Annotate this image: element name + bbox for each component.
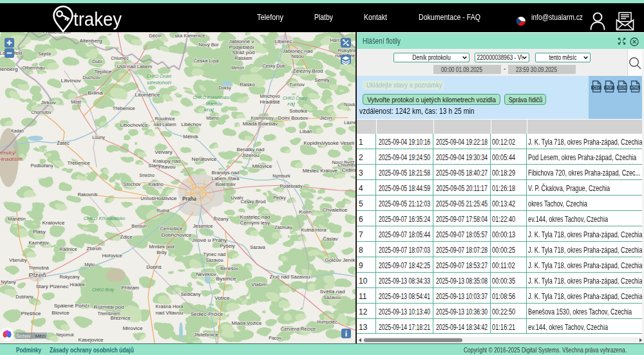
svg-text:Dobříš: Dobříš [146,264,162,270]
svg-text:Sázava: Sázava [250,244,265,250]
svg-text:Duchcov: Duchcov [82,75,100,80]
svg-text:Třebenice: Třebenice [67,160,90,166]
svg-text:Mělník: Mělník [183,134,198,140]
svg-text:Boleslav: Boleslav [215,181,235,187]
svg-text:Přeštice: Přeštice [21,311,41,316]
svg-text:Kaznějov: Kaznějov [28,240,48,246]
svg-text:Ústí nad Labem: Ústí nad Labem [117,64,153,69]
svg-text:Pečky: Pečky [273,195,286,201]
svg-text:Mladá Vožice: Mladá Vožice [232,320,262,326]
svg-text:Bystřice: Bystřice [216,276,236,282]
svg-text:Železný Brod: Železný Brod [293,68,323,74]
svg-text:Rudná: Rudná [156,208,169,214]
svg-text:CSV: CSV [593,86,600,89]
svg-text:Hrádek: Hrádek [70,282,85,287]
svg-text:Jizerou: Jizerou [242,152,259,158]
svg-text:Labem-Stará: Labem-Stará [212,176,240,181]
svg-text:Mšeno: Mšeno [206,115,219,121]
svg-text:Brdy: Brdy [156,250,167,255]
svg-text:Sayda: Sayda [38,51,51,57]
svg-text:Jílové u Prahy: Jílové u Prahy [192,237,227,243]
svg-text:Nýřany: Nýřany [1,279,16,285]
svg-text:Louny: Louny [92,134,105,140]
svg-text:Blovice: Blovice [52,310,69,316]
svg-text:Rokycany: Rokycany [59,274,79,280]
svg-text:Libáň: Libáň [299,129,312,134]
svg-text:Mladá Boleslav: Mladá Boleslav [243,121,278,127]
svg-text:Zruč nad Sázavou: Zruč nad Sázavou [270,274,310,280]
svg-text:Černošice: Černošice [160,226,182,232]
svg-text:Mirovice: Mirovice [122,325,142,331]
svg-text:Cidlinou: Cidlinou [341,167,357,173]
svg-text:Zbiroh: Zbiroh [86,246,101,251]
svg-text:Olbernhau: Olbernhau [22,65,44,71]
svg-text:ská Kamenice: ská Kamenice [175,33,205,39]
svg-text:Semily: Semily [314,77,330,83]
svg-text:Třebenice: Třebenice [112,105,135,111]
svg-text:Příbram: Příbram [121,285,138,291]
svg-text:Starý Plzenec: Starý Plzenec [36,284,69,289]
svg-text:Nepomuk: Nepomuk [56,332,73,338]
svg-text:Hradiště: Hradiště [260,99,279,105]
svg-text:Benešov: Benešov [220,266,238,271]
svg-text:Městec Králové: Městec Králové [303,168,338,174]
svg-text:Dubí: Dubí [92,59,102,64]
svg-text:Kopidlno: Kopidlno [303,140,323,146]
svg-text:Jesenice: Jesenice [193,223,213,229]
svg-text:arienberg: arienberg [0,66,18,72]
svg-text:Altenberg: Altenberg [79,38,102,44]
svg-text:Jirkov: Jirkov [41,100,56,105]
svg-text:Neratovice: Neratovice [192,156,217,162]
svg-text:Turnov: Turnov [289,82,305,87]
svg-text:Krásná Hora: Krásná Hora [156,304,184,309]
svg-text:Týnec nad: Týnec nad [203,251,225,257]
svg-text:CHKO Křivoklátsko: CHKO Křivoklátsko [84,215,126,221]
svg-text:Litoměřice: Litoměřice [135,92,160,98]
svg-text:Unhošť: Unhošť [140,196,156,201]
svg-text:Dobřichovice: Dobřichovice [162,232,192,238]
svg-text:Liberec: Liberec [274,39,292,44]
svg-text:Kostelec nad: Kostelec nad [240,214,270,220]
svg-text:CHKO Český: CHKO Český [283,95,308,101]
svg-text:Čáslav: Čáslav [323,236,338,242]
svg-text:Chvaletice: Chvaletice [323,207,348,213]
svg-text:Doksy: Doksy [218,85,231,91]
svg-text:CHKO Kokořínsko: CHKO Kokořínsko [193,95,230,100]
svg-text:Litvínov: Litvínov [61,78,80,84]
svg-text:Plasy: Plasy [33,229,46,235]
svg-text:Sázavou: Sázavou [205,257,223,263]
svg-text:Rakovník: Rakovník [77,192,97,197]
svg-text:Radnice: Radnice [59,246,77,252]
svg-text:nad Labem: nad Labem [153,122,176,127]
svg-text:Kadaň: Kadaň [11,128,24,134]
svg-text:Kosmonosy: Kosmonosy [251,115,273,121]
svg-text:Hostivice: Hostivice [154,196,176,201]
svg-text:Poděbrady: Poděbrady [279,183,302,189]
svg-text:enský: enský [0,150,17,156]
svg-text:Třemošná: Třemošná [28,265,49,271]
svg-text:Dolní Bousov: Dolní Bousov [278,115,308,121]
svg-text:Praha: Praha [182,195,197,202]
svg-text:Děčín: Děčín [149,33,162,39]
svg-text:Liběchov: Liběchov [181,122,201,127]
svg-text:Jistebnice: Jistebnice [194,332,219,338]
svg-text:Sobotka: Sobotka [289,108,307,114]
svg-text:Ralskem: Ralskem [234,55,252,61]
svg-text:nad Vltavou: nad Vltavou [156,310,184,316]
svg-text:Kasejovice: Kasejovice [79,337,104,343]
svg-text:Březnice: Březnice [110,315,130,321]
svg-text:Český Dub: Český Dub [262,63,285,69]
svg-text:Podbořany: Podbořany [30,163,53,168]
svg-text:Nisou: Nisou [291,53,304,59]
svg-text:Nymburk: Nymburk [272,173,290,179]
svg-text:Mimoň: Mimoň [231,65,244,71]
svg-text:Jičín: Jičín [319,115,332,121]
svg-text:Všeruby: Všeruby [9,257,26,263]
svg-text:Chomutov: Chomutov [31,109,51,115]
svg-text:Libochovice: Libochovice [120,122,148,128]
svg-text:Bílina: Bílina [88,90,103,96]
svg-text:Teplice: Teplice [94,69,111,75]
svg-text:Pyšely: Pyšely [220,243,235,249]
svg-text:Světlá nad: Světlá nad [320,289,345,295]
svg-text:Mnichovo: Mnichovo [260,93,279,99]
